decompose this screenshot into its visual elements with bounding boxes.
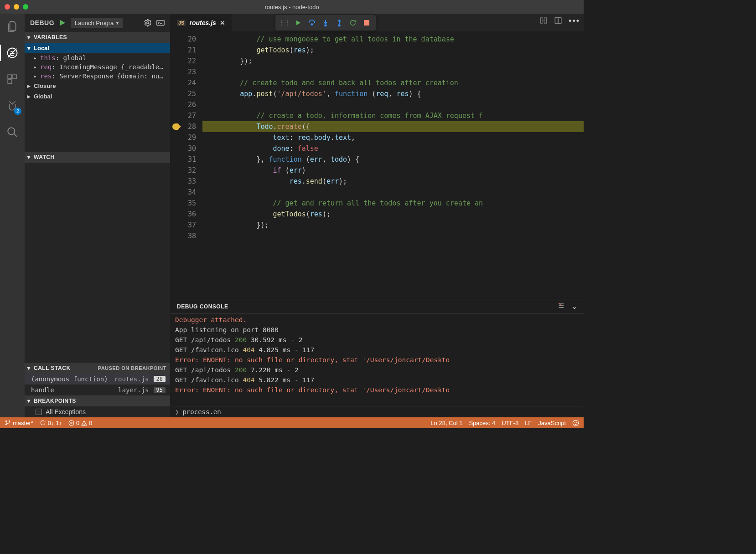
code-line[interactable]: Todo.create({ [202,121,584,132]
variables-section-header[interactable]: ▾ VARIABLES [25,32,170,43]
debug-toolbar[interactable]: ⋮⋮ [275,15,376,31]
watch-section-header[interactable]: ▾ WATCH [25,152,170,163]
debug-activity[interactable] [4,45,21,61]
code-body[interactable]: // use mongoose to get all todos in the … [202,32,584,299]
line-number: 21 [188,46,196,54]
step-into-button[interactable] [319,17,332,29]
code-line[interactable]: }); [202,56,584,67]
console-input[interactable]: process.en [182,408,221,416]
code-line[interactable]: // get and return all the todos after yo… [202,198,584,209]
split-editor-button[interactable] [554,16,562,26]
panel-collapse-button[interactable]: ⌄ [571,302,577,311]
code-line[interactable]: if (err) [202,165,584,176]
debug-sidebar: DEBUG Launch Progra ▾ ▾ VARIABLES ▾ Loca… [25,14,171,417]
chevron-down-icon: ▾ [27,154,31,160]
debug-console-toggle[interactable] [156,20,165,26]
minimize-window-button[interactable] [14,4,19,10]
error-icon [68,420,74,426]
scope-global[interactable]: ▸ Global [25,91,170,102]
scope-local[interactable]: ▾ Local [25,43,170,53]
step-over-button[interactable] [306,17,318,29]
svg-point-22 [5,421,6,421]
clear-icon [558,302,565,309]
clear-console-button[interactable] [558,302,565,311]
code-line[interactable]: // create todo and send back all todos a… [202,77,584,88]
drag-handle[interactable]: ⋮⋮ [278,17,291,29]
git-branch[interactable]: master* [5,420,33,426]
callstack-frame[interactable]: (anonymous function)routes.js28 [25,374,170,385]
callstack-frame[interactable]: handlelayer.js95 [25,385,170,395]
eol[interactable]: LF [525,420,532,426]
indentation[interactable]: Spaces: 4 [469,420,495,426]
svg-line-6 [14,133,17,137]
step-out-icon [336,19,342,26]
sync-status[interactable]: 0↓ 1↑ [40,420,62,426]
stop-button[interactable] [360,17,373,29]
close-tab-button[interactable]: ✕ [220,19,225,26]
code-line[interactable] [202,231,584,241]
svg-rect-14 [544,18,547,23]
code-line[interactable]: done: false [202,143,584,154]
svg-point-29 [84,424,84,424]
variable-row[interactable]: ▸this: global [25,53,170,62]
code-line[interactable]: // use mongoose to get all todos in the … [202,34,584,45]
error-count: 0 [76,420,79,426]
debug-header: DEBUG Launch Progra ▾ [25,14,170,32]
code-line[interactable]: getTodos(res); [202,45,584,56]
more-actions-button[interactable]: ••• [569,16,580,26]
feedback-button[interactable] [572,420,579,426]
encoding[interactable]: UTF-8 [502,420,518,426]
explorer-activity[interactable] [4,18,21,35]
tab-routes-js[interactable]: JS routes.js ✕ [171,14,232,31]
chevron-right-icon: ▸ [34,64,37,70]
scope-closure[interactable]: ▸ Closure [25,81,170,91]
start-debug-button[interactable] [59,19,66,26]
code-line[interactable] [202,67,584,77]
code-line[interactable]: app.post('/api/todos', function (req, re… [202,88,584,99]
gear-icon [144,19,152,27]
cursor-position[interactable]: Ln 28, Col 1 [430,420,462,426]
debug-settings-button[interactable] [144,19,152,27]
checkbox[interactable] [36,409,42,415]
launch-config-select[interactable]: Launch Progra ▾ [71,18,123,28]
code-line[interactable] [202,187,584,198]
step-out-button[interactable] [333,17,346,29]
code-line[interactable]: // create a todo, information comes from… [202,110,584,121]
maximize-window-button[interactable] [23,4,28,10]
code-line[interactable]: res.send(err); [202,176,584,187]
code-line[interactable]: }); [202,220,584,231]
variable-row[interactable]: ▸res: ServerResponse {domain: null… [25,72,170,81]
line-number: 28 [188,123,196,131]
breakpoint-item[interactable]: All Exceptions [25,406,170,417]
scm-activity[interactable]: 2 [4,97,21,114]
problems-status[interactable]: 0 0 [68,420,92,426]
code-line[interactable] [202,99,584,110]
split-icon [554,16,562,25]
extensions-activity[interactable] [4,71,21,87]
breakpoints-section-header[interactable]: ▾ BREAKPOINTS [25,395,170,406]
variable-row[interactable]: ▸req: IncomingMessage {_readableSt… [25,62,170,72]
close-window-button[interactable] [5,4,10,10]
tab-label: routes.js [189,19,216,26]
code-line[interactable]: }, function (err, todo) { [202,154,584,165]
svg-point-24 [9,421,10,421]
svg-point-5 [8,128,15,134]
code-line[interactable]: text: req.body.text, [202,132,584,143]
code-editor[interactable]: 20212223242526272829303132333435363738 /… [171,32,584,299]
smiley-icon [572,420,579,426]
callstack-status: PAUSED ON BREAKPOINT [98,365,166,371]
code-line[interactable]: getTodos(res); [202,209,584,220]
breakpoint-marker[interactable] [172,123,179,130]
extensions-icon [6,73,18,85]
svg-point-9 [311,24,312,25]
console-line: GET /favicon.ico 404 4.825 ms - 117 [175,345,579,355]
line-number: 23 [188,68,196,76]
language-mode[interactable]: JavaScript [538,420,566,426]
search-activity[interactable] [4,124,21,140]
continue-button[interactable] [292,17,305,29]
line-number: 26 [188,101,196,109]
compare-button[interactable] [539,16,548,26]
callstack-section-header[interactable]: ▾ CALL STACK PAUSED ON BREAKPOINT [25,363,170,374]
restart-button[interactable] [347,17,359,29]
console-output[interactable]: Debugger attached.App listening on port … [171,314,584,406]
